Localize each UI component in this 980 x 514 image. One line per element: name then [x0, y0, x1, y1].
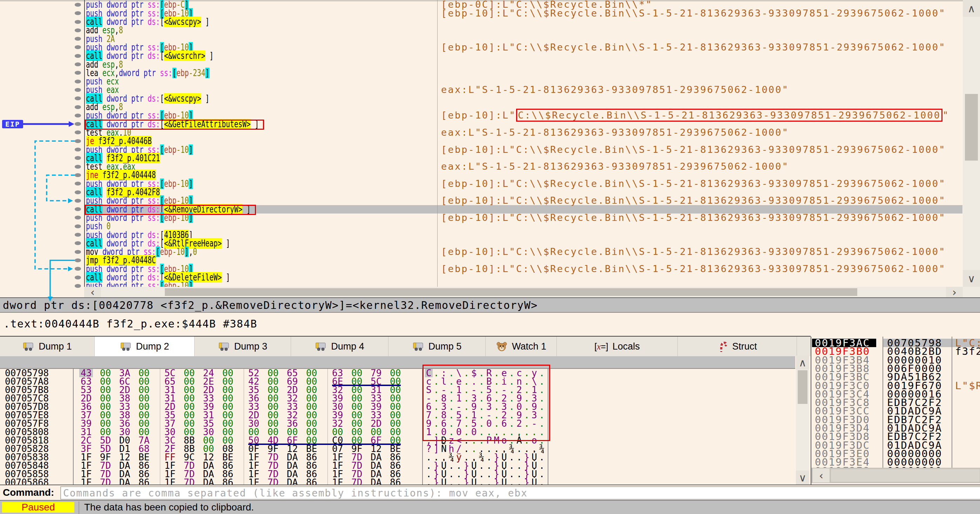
ascii-char[interactable]: . — [425, 478, 433, 485]
disasm-comment[interactable]: eax:L"S-1-5-21-813629363-933097851-29396… — [441, 162, 789, 171]
breakpoint-dot[interactable] — [75, 190, 81, 194]
disasm-comment[interactable]: [ebp-10]:L"C:\\$Recycle.Bin\\S-1-5-21-81… — [441, 145, 946, 154]
hex-byte[interactable]: 7D — [267, 478, 278, 485]
breakpoint-dot[interactable] — [75, 250, 81, 254]
tab-dump-4[interactable]: Dump 4 — [291, 337, 388, 356]
hex-byte[interactable]: 1F — [332, 478, 343, 485]
breakpoint-dot[interactable] — [75, 122, 81, 126]
tab-dump-3[interactable]: Dump 3 — [195, 337, 291, 356]
hex-byte[interactable]: 1F — [164, 478, 175, 485]
disasm-comment[interactable]: [ebp-10]:L"C:\\$Recycle.Bin\\S-1-5-21-81… — [441, 265, 946, 274]
disasm-comment[interactable]: [ebp-10]:L"C:\\$Recycle.Bin\\S-1-5-21-81… — [441, 180, 946, 188]
ascii-char[interactable]: } — [433, 478, 441, 485]
disasm-vscroll-thumb[interactable] — [965, 94, 978, 161]
ascii-char[interactable]: Ú — [470, 478, 478, 485]
stack-hscroll-thumb[interactable] — [831, 469, 980, 482]
disasm-comment[interactable]: [ebp-10]:L"C:\\$Recycle.Bin\\S-1-5-21-81… — [441, 9, 946, 18]
hex-byte[interactable]: 7D — [351, 478, 362, 485]
ascii-char[interactable]: . — [508, 478, 516, 485]
scroll-down-icon[interactable]: ∨ — [963, 270, 980, 287]
breakpoint-dot[interactable] — [75, 71, 81, 75]
breakpoint-dot[interactable] — [75, 165, 81, 169]
breakpoint-dot[interactable] — [75, 45, 81, 49]
breakpoint-dot[interactable] — [75, 130, 81, 134]
breakpoint-dot[interactable] — [75, 114, 81, 118]
scroll-left-icon[interactable]: ‹ — [84, 287, 101, 297]
ascii-char[interactable]: Ú — [530, 478, 538, 485]
scroll-left-icon[interactable]: ‹ — [813, 468, 830, 482]
breakpoint-dot[interactable] — [75, 96, 81, 100]
hex-byte[interactable]: DA — [371, 478, 382, 485]
ascii-char[interactable]: . — [538, 478, 546, 485]
breakpoint-dot[interactable] — [75, 20, 81, 24]
ascii-char[interactable]: } — [493, 478, 501, 485]
ascii-char[interactable]: . — [515, 478, 523, 485]
disasm-comment[interactable]: [ebp-10]:L"C:\\$Recycle.Bin\\S-1-5-21-81… — [441, 196, 946, 205]
ascii-char[interactable]: } — [463, 478, 471, 485]
disasm-hscroll-thumb[interactable] — [165, 288, 857, 296]
hex-byte[interactable]: 1F — [81, 478, 92, 485]
breakpoint-dot[interactable] — [75, 224, 81, 228]
breakpoint-dot[interactable] — [75, 181, 81, 186]
scroll-right-icon[interactable]: › — [946, 287, 963, 297]
tab-struct[interactable]: Struct — [678, 337, 797, 356]
ascii-char[interactable]: Ú — [500, 478, 508, 485]
ascii-char[interactable]: . — [448, 478, 455, 485]
hex-byte[interactable]: DA — [203, 478, 214, 485]
breakpoint-dot[interactable] — [75, 105, 81, 109]
tab-dump-5[interactable]: Dump 5 — [388, 337, 485, 356]
breakpoint-dot[interactable] — [75, 11, 81, 15]
breakpoint-dot[interactable] — [75, 54, 81, 58]
disasm-comment[interactable]: [ebp-10]:L"C:\\$Recycle.Bin\\S-1-5-21-81… — [441, 111, 950, 120]
breakpoint-dot[interactable] — [75, 258, 81, 262]
stack-info[interactable]: L"$R — [955, 382, 980, 390]
ascii-char[interactable]: . — [478, 478, 485, 485]
hex-byte[interactable]: 1F — [248, 478, 259, 485]
breakpoint-dot[interactable] — [75, 148, 81, 151]
breakpoint-dot[interactable] — [75, 241, 81, 245]
ascii-char[interactable]: Ú — [440, 478, 448, 485]
hex-byte[interactable]: 7D — [100, 478, 111, 485]
disasm-comment[interactable]: eax:L"S-1-5-21-813629363-933097851-29396… — [441, 86, 789, 94]
hex-byte[interactable]: 86 — [138, 478, 150, 485]
breakpoint-dot[interactable] — [75, 216, 81, 220]
breakpoint-dot[interactable] — [75, 267, 81, 271]
breakpoint-dot[interactable] — [75, 29, 81, 32]
breakpoint-dot[interactable] — [75, 207, 81, 211]
disasm-comment[interactable]: eax:L"S-1-5-21-813629363-933097851-29396… — [441, 128, 789, 137]
ascii-char[interactable]: } — [523, 478, 531, 485]
breakpoint-dot[interactable] — [75, 37, 81, 41]
breakpoint-dot[interactable] — [75, 233, 81, 237]
ascii-char[interactable]: . — [485, 478, 493, 485]
breakpoint-dot[interactable] — [75, 275, 81, 279]
breakpoint-dot[interactable] — [75, 156, 81, 160]
breakpoint-dot[interactable] — [75, 3, 81, 7]
disasm-comment[interactable]: [ebp-10]:L"C:\\$Recycle.Bin\\S-1-5-21-81… — [441, 248, 946, 256]
disasm-comment[interactable]: [ebp-10]:L"C:\\$Recycle.Bin\\S-1-5-21-81… — [441, 43, 946, 52]
hex-byte[interactable]: DA — [119, 478, 130, 485]
scroll-up-icon[interactable]: ∧ — [796, 355, 809, 369]
tab-watch-1[interactable]: Watch 1 — [485, 337, 557, 356]
breakpoint-dot[interactable] — [75, 88, 81, 92]
hex-byte[interactable]: 7D — [184, 478, 195, 485]
dump-address[interactable]: 00705868 — [5, 478, 49, 485]
tab-dump-1[interactable]: Dump 1 — [0, 337, 95, 356]
stack-info[interactable]: f3f2 — [955, 347, 980, 355]
hex-byte[interactable]: 86 — [390, 478, 401, 485]
breakpoint-dot[interactable] — [75, 284, 81, 288]
breakpoint-dot[interactable] — [75, 199, 81, 203]
tab-locals[interactable]: [x=]Locals — [557, 337, 678, 356]
hex-byte[interactable]: 86 — [222, 478, 233, 485]
tab-dump-2[interactable]: Dump 2 — [95, 337, 195, 356]
command-input[interactable] — [60, 486, 980, 500]
breakpoint-dot[interactable] — [75, 173, 81, 177]
hex-byte[interactable]: 86 — [306, 478, 317, 485]
scroll-down-icon[interactable]: ∨ — [796, 471, 809, 485]
breakpoint-dot[interactable] — [75, 139, 81, 143]
disasm-comment[interactable]: [ebp-10]:L"C:\\$Recycle.Bin\\S-1-5-21-81… — [441, 213, 946, 222]
breakpoint-dot[interactable] — [75, 62, 81, 66]
hex-byte[interactable]: DA — [287, 478, 298, 485]
dump-vscroll-thumb[interactable] — [798, 370, 808, 404]
ascii-char[interactable]: . — [455, 478, 463, 485]
breakpoint-dot[interactable] — [75, 80, 81, 83]
